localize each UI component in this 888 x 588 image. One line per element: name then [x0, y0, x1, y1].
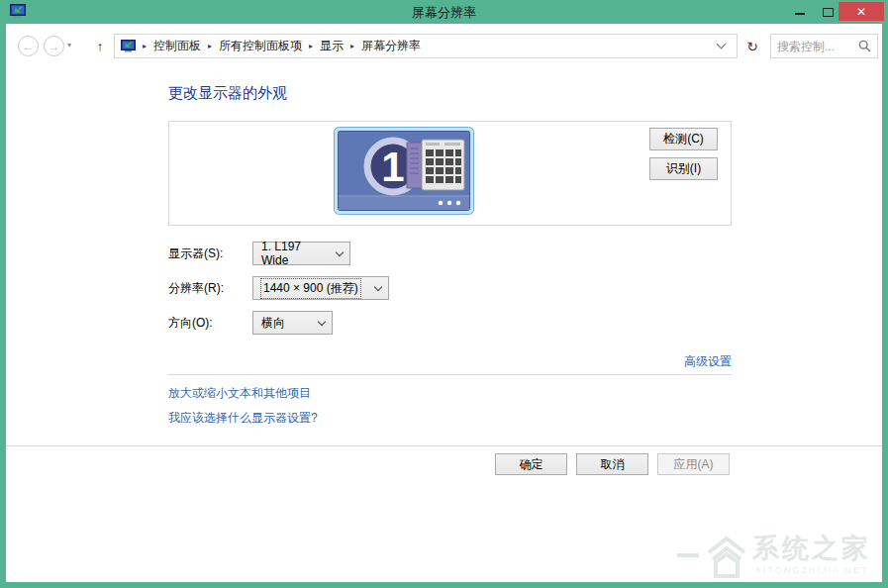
search-box[interactable] [770, 34, 878, 58]
monitor-preview-panel: 1 [168, 121, 732, 226]
search-icon[interactable] [858, 40, 871, 52]
close-button[interactable]: ✕ [839, 2, 884, 21]
cancel-button[interactable]: 取消 [576, 453, 648, 475]
display-settings-help-link[interactable]: 我应该选择什么显示器设置? [168, 410, 318, 427]
resolution-select[interactable]: 1440 × 900 (推荐) [252, 276, 389, 300]
forward-icon: → [49, 40, 60, 53]
breadcrumb-separator-icon: ▸ [208, 42, 212, 50]
breadcrumb-separator-icon: ▸ [309, 42, 313, 50]
breadcrumb-control-panel[interactable]: 控制面板 [153, 38, 201, 54]
minimize-button[interactable] [789, 0, 811, 22]
control-panel-icon [121, 40, 136, 52]
watermark-title: 系统之家 [752, 536, 871, 562]
monitor-number-label: 1 [381, 144, 404, 190]
orientation-select-value: 横向 [261, 315, 285, 332]
advanced-settings-link[interactable]: 高级设置 [684, 353, 732, 370]
orientation-label: 方向(O): [168, 315, 213, 332]
ok-button[interactable]: 确定 [495, 453, 567, 475]
resolution-select-value: 1440 × 900 (推荐) [261, 279, 360, 298]
forward-button[interactable]: → [44, 36, 64, 56]
breadcrumb-separator-icon: ▸ [350, 42, 354, 50]
display-label: 显示器(S): [168, 245, 223, 262]
breadcrumb-all-items[interactable]: 所有控制面板项 [219, 38, 302, 54]
minimize-icon [795, 13, 805, 15]
maximize-icon [823, 8, 834, 17]
up-icon: ↑ [97, 39, 104, 54]
back-icon: ← [23, 40, 35, 53]
refresh-button[interactable]: ↻ [740, 34, 765, 58]
up-button[interactable]: ↑ [89, 36, 111, 56]
page-title: 更改显示器的外观 [168, 84, 287, 103]
history-dropdown-icon[interactable]: ▾ [67, 41, 71, 49]
title-bar: 屏幕分辨率 ✕ [0, 0, 888, 24]
orientation-select[interactable]: 横向 [252, 311, 333, 335]
window-title: 屏幕分辨率 [0, 4, 888, 22]
resolution-label: 分辨率(R): [168, 280, 224, 297]
watermark-subtitle: XITONGZHIJIA.NET [755, 565, 868, 575]
watermark: 系统之家 XITONGZHIJIA.NET [677, 533, 871, 578]
breadcrumb-screen-resolution[interactable]: 屏幕分辨率 [361, 38, 421, 54]
breadcrumb-separator-icon: ▸ [143, 42, 147, 50]
footer-divider [6, 445, 882, 446]
window-body: ← → ▾ ↑ ▸ 控制面板 ▸ 所有控制面板项 ▸ 显示 ▸ 屏幕分辨率 ↻ [6, 24, 882, 582]
address-bar[interactable]: ▸ 控制面板 ▸ 所有控制面板项 ▸ 显示 ▸ 屏幕分辨率 [114, 34, 738, 58]
keypad-icon [407, 140, 464, 190]
chevron-down-icon [336, 248, 344, 256]
watermark-dash [677, 553, 699, 557]
apply-button[interactable]: 应用(A) [657, 453, 730, 475]
breadcrumb-display[interactable]: 显示 [320, 38, 344, 54]
identify-button[interactable]: 识别(I) [649, 157, 718, 180]
display-select-value: 1. L197 Wide [261, 240, 328, 267]
search-input[interactable] [777, 40, 858, 53]
resize-text-link[interactable]: 放大或缩小文本和其他项目 [168, 385, 311, 402]
chevron-down-icon [318, 318, 326, 326]
back-button[interactable]: ← [18, 36, 39, 56]
close-icon: ✕ [856, 5, 866, 19]
monitor-1-graphic[interactable]: 1 [334, 127, 474, 219]
section-divider [168, 374, 732, 375]
refresh-icon: ↻ [746, 39, 758, 54]
maximize-button[interactable] [817, 0, 839, 22]
chevron-down-icon [374, 283, 382, 291]
screen-resolution-window: 屏幕分辨率 ✕ ← → ▾ ↑ ▸ 控制面板 ▸ 所有控制面板项 ▸ 显 [0, 0, 888, 588]
display-select[interactable]: 1. L197 Wide [252, 242, 350, 265]
address-dropdown-icon[interactable] [717, 40, 727, 49]
detect-button[interactable]: 检测(C) [649, 128, 718, 150]
house-icon [705, 533, 748, 578]
